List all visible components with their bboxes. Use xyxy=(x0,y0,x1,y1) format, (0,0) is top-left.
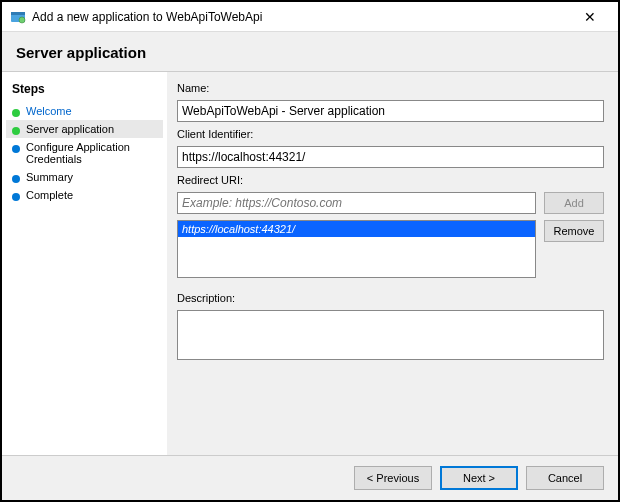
redirect-uri-item[interactable]: https://localhost:44321/ xyxy=(178,221,535,237)
client-id-label: Client Identifier: xyxy=(177,128,604,140)
svg-rect-1 xyxy=(11,12,25,15)
step-bullet-done-icon xyxy=(12,109,20,117)
remove-button[interactable]: Remove xyxy=(544,220,604,242)
step-label: Complete xyxy=(26,189,73,201)
step-label: Server application xyxy=(26,123,114,135)
wizard-window: Add a new application to WebApiToWebApi … xyxy=(0,0,620,502)
redirect-uri-input[interactable] xyxy=(177,192,536,214)
page-heading: Server application xyxy=(2,32,618,72)
description-label: Description: xyxy=(177,292,604,304)
wizard-footer: < Previous Next > Cancel xyxy=(2,455,618,500)
step-bullet-done-icon xyxy=(12,127,20,135)
name-input[interactable] xyxy=(177,100,604,122)
step-summary[interactable]: Summary xyxy=(6,168,163,186)
step-bullet-icon xyxy=(12,193,20,201)
step-label: Summary xyxy=(26,171,73,183)
step-bullet-icon xyxy=(12,175,20,183)
close-icon[interactable]: ✕ xyxy=(570,9,610,25)
titlebar: Add a new application to WebApiToWebApi … xyxy=(2,2,618,32)
add-button[interactable]: Add xyxy=(544,192,604,214)
next-button[interactable]: Next > xyxy=(440,466,518,490)
step-welcome[interactable]: Welcome xyxy=(6,102,163,120)
description-input[interactable] xyxy=(177,310,604,360)
step-label: Welcome xyxy=(26,105,72,117)
step-complete[interactable]: Complete xyxy=(6,186,163,204)
client-id-input[interactable] xyxy=(177,146,604,168)
previous-button[interactable]: < Previous xyxy=(354,466,432,490)
cancel-button[interactable]: Cancel xyxy=(526,466,604,490)
name-label: Name: xyxy=(177,82,604,94)
step-bullet-icon xyxy=(12,145,20,153)
redirect-uri-list[interactable]: https://localhost:44321/ xyxy=(177,220,536,278)
steps-heading: Steps xyxy=(12,82,157,96)
step-label: Configure Application Credentials xyxy=(26,141,157,165)
step-configure-credentials[interactable]: Configure Application Credentials xyxy=(6,138,163,168)
steps-sidebar: Steps Welcome Server application Configu… xyxy=(2,72,167,455)
form-area: Name: Client Identifier: Redirect URI: A… xyxy=(167,72,618,455)
window-title: Add a new application to WebApiToWebApi xyxy=(32,10,570,24)
svg-point-2 xyxy=(19,17,25,23)
app-icon xyxy=(10,9,26,25)
redirect-uri-label: Redirect URI: xyxy=(177,174,604,186)
step-server-application[interactable]: Server application xyxy=(6,120,163,138)
